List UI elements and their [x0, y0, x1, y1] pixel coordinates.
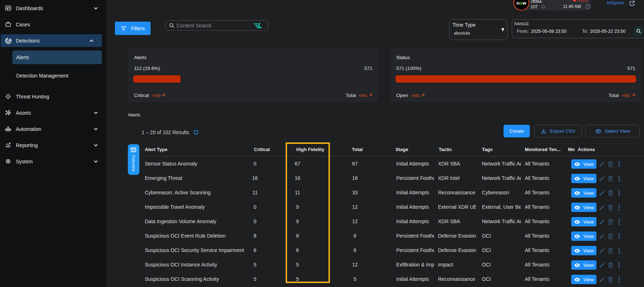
svg-text:now: now	[516, 0, 527, 6]
